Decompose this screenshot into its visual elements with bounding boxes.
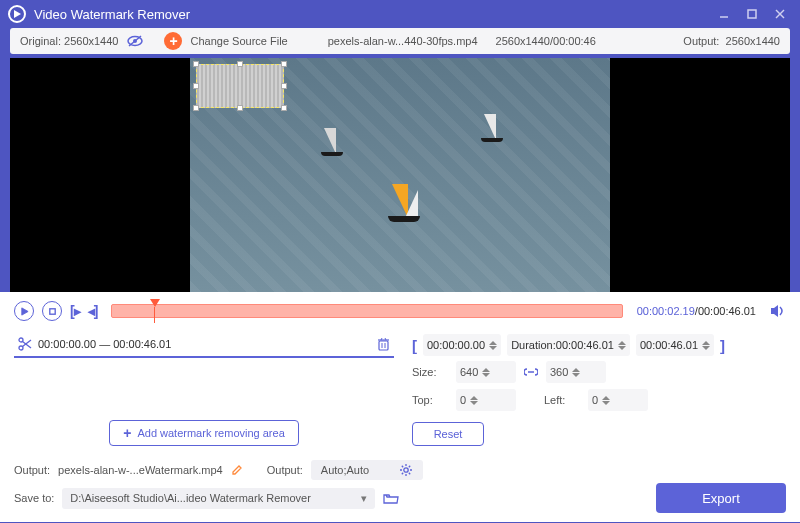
delete-segment-icon[interactable] <box>377 337 390 351</box>
trim-start-bracket[interactable]: [ <box>412 337 417 354</box>
spinner-down[interactable] <box>489 346 497 350</box>
top-input[interactable]: 0 <box>456 389 516 411</box>
source-resolution-duration: 2560x1440/00:00:46 <box>496 35 596 47</box>
save-to-label: Save to: <box>14 492 54 504</box>
reset-button[interactable]: Reset <box>412 422 484 446</box>
maximize-button[interactable] <box>740 4 764 24</box>
boat-graphic <box>324 128 336 154</box>
set-end-bracket-button[interactable]: ◂] <box>88 303 98 319</box>
left-input[interactable]: 0 <box>588 389 648 411</box>
infobar: Original: 2560x1440 + Change Source File… <box>10 28 790 54</box>
app-logo-icon <box>8 5 26 23</box>
link-aspect-icon[interactable] <box>524 366 538 378</box>
volume-icon[interactable] <box>770 304 786 318</box>
close-button[interactable] <box>768 4 792 24</box>
boat-graphic <box>484 114 496 140</box>
top-label: Top: <box>412 394 448 406</box>
properties-panel: [ 00:00:00.00 Duration:00:00:46.01 00:00… <box>412 332 786 446</box>
segment-row[interactable]: 00:00:00.00 — 00:00:46.01 <box>14 332 394 358</box>
save-path-dropdown[interactable]: D:\Aiseesoft Studio\Ai...ideo Watermark … <box>62 488 374 509</box>
play-button[interactable] <box>14 301 34 321</box>
stop-button[interactable] <box>42 301 62 321</box>
svg-marker-0 <box>14 10 21 18</box>
trim-end-input[interactable]: 00:00:46.01 <box>636 334 714 356</box>
svg-point-11 <box>19 338 23 342</box>
segment-range: 00:00:00.00 — 00:00:46.01 <box>38 338 377 350</box>
chevron-down-icon: ▾ <box>361 492 367 505</box>
size-label: Size: <box>412 366 448 378</box>
titlebar: Video Watermark Remover <box>0 0 800 28</box>
output-settings-icon[interactable] <box>399 463 413 477</box>
save-path: D:\Aiseesoft Studio\Ai...ideo Watermark … <box>70 492 310 504</box>
set-start-bracket-button[interactable]: [▸ <box>70 303 80 319</box>
output-format-label: Output: <box>267 464 303 476</box>
playhead[interactable] <box>150 299 160 323</box>
original-size: 2560x1440 <box>64 35 118 47</box>
svg-marker-10 <box>771 305 778 317</box>
boat-graphic <box>392 184 408 218</box>
original-label: Original: <box>20 35 61 47</box>
svg-rect-2 <box>748 10 756 18</box>
edit-output-name-icon[interactable] <box>231 464 243 476</box>
svg-rect-15 <box>379 341 388 350</box>
playback-controls: [▸ ◂] 00:00:02.19/00:00:46.01 <box>0 298 800 324</box>
scissors-icon[interactable] <box>18 337 32 351</box>
time-display: 00:00:02.19/00:00:46.01 <box>637 305 756 317</box>
footer: Output: pexels-alan-w-...eWatermark.mp4 … <box>0 450 800 522</box>
svg-point-12 <box>19 346 23 350</box>
trim-end-bracket[interactable]: ] <box>720 337 725 354</box>
add-area-label: Add watermark removing area <box>137 427 284 439</box>
preview-area <box>10 58 790 292</box>
trim-duration-input[interactable]: Duration:00:00:46.01 <box>507 334 630 356</box>
watermark-selection-box[interactable] <box>196 64 284 108</box>
output-filename: pexels-alan-w-...eWatermark.mp4 <box>58 464 223 476</box>
svg-point-21 <box>404 468 408 472</box>
svg-marker-8 <box>21 307 27 314</box>
add-watermark-area-button[interactable]: + Add watermark removing area <box>109 420 299 446</box>
open-folder-icon[interactable] <box>383 492 399 505</box>
spinner-up[interactable] <box>489 341 497 345</box>
output-file-label: Output: <box>14 464 50 476</box>
output-format-box[interactable]: Auto;Auto <box>311 460 423 480</box>
preview-toggle-icon[interactable] <box>126 34 144 48</box>
segments-panel: 00:00:00.00 — 00:00:46.01 + Add watermar… <box>14 332 394 446</box>
svg-rect-9 <box>49 308 54 313</box>
app-title: Video Watermark Remover <box>34 7 190 22</box>
minimize-button[interactable] <box>712 4 736 24</box>
trim-start-input[interactable]: 00:00:00.00 <box>423 334 501 356</box>
left-label: Left: <box>544 394 580 406</box>
width-input[interactable]: 640 <box>456 361 516 383</box>
change-source-link[interactable]: Change Source File <box>190 35 287 47</box>
add-source-button[interactable]: + <box>164 32 182 50</box>
video-frame[interactable] <box>190 58 610 292</box>
export-button[interactable]: Export <box>656 483 786 513</box>
output-size: 2560x1440 <box>726 35 780 47</box>
output-size-label: Output: <box>683 35 719 47</box>
timeline-track[interactable] <box>111 304 622 318</box>
source-filename: pexels-alan-w...440-30fps.mp4 <box>328 35 478 47</box>
height-input[interactable]: 360 <box>546 361 606 383</box>
